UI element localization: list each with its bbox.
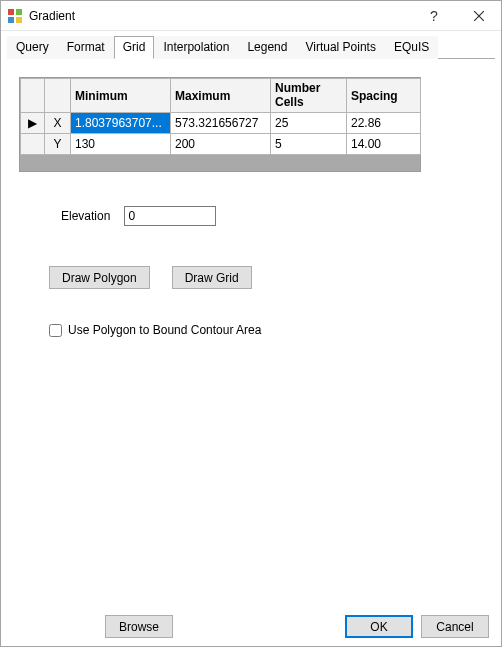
window-title: Gradient (29, 9, 411, 23)
svg-rect-2 (8, 17, 14, 23)
cell-x-cells[interactable]: 25 (271, 113, 347, 134)
draw-buttons-row: Draw Polygon Draw Grid (49, 266, 483, 289)
col-maximum[interactable]: Maximum (171, 79, 271, 113)
app-icon (7, 8, 23, 24)
title-bar: Gradient ? (1, 1, 501, 31)
svg-rect-3 (16, 17, 22, 23)
use-polygon-bound-checkbox[interactable] (49, 324, 62, 337)
svg-rect-1 (16, 9, 22, 15)
tab-strip: Query Format Grid Interpolation Legend V… (1, 31, 501, 58)
svg-text:?: ? (430, 9, 438, 23)
svg-rect-0 (8, 9, 14, 15)
table-row[interactable]: ▶ X 1.8037963707... 573.321656727 25 22.… (21, 113, 421, 134)
ok-button[interactable]: OK (345, 615, 413, 638)
dialog-window: Gradient ? Query Format Grid Interpolati… (0, 0, 502, 647)
cell-x-max[interactable]: 573.321656727 (171, 113, 271, 134)
draw-grid-button[interactable]: Draw Grid (172, 266, 252, 289)
cell-x-min[interactable]: 1.8037963707... (71, 113, 171, 134)
col-minimum[interactable]: Minimum (71, 79, 171, 113)
grid-axis-header (45, 79, 71, 113)
tab-legend[interactable]: Legend (238, 36, 296, 59)
col-number-cells[interactable]: Number Cells (271, 79, 347, 113)
cell-x-spacing[interactable]: 22.86 (347, 113, 421, 134)
cell-y-spacing[interactable]: 14.00 (347, 134, 421, 155)
elevation-label: Elevation (61, 209, 110, 223)
col-spacing[interactable]: Spacing (347, 79, 421, 113)
draw-polygon-button[interactable]: Draw Polygon (49, 266, 150, 289)
tab-virtual-points[interactable]: Virtual Points (296, 36, 384, 59)
grid-footer-strip (20, 155, 420, 171)
cell-y-min[interactable]: 130 (71, 134, 171, 155)
grid-table[interactable]: Minimum Maximum Number Cells Spacing ▶ X… (20, 78, 421, 155)
elevation-input[interactable] (124, 206, 216, 226)
bound-checkbox-row: Use Polygon to Bound Contour Area (49, 323, 483, 337)
axis-label: X (45, 113, 71, 134)
grid-corner (21, 79, 45, 113)
tab-equis[interactable]: EQuIS (385, 36, 438, 59)
tab-grid[interactable]: Grid (114, 36, 155, 59)
cancel-button[interactable]: Cancel (421, 615, 489, 638)
row-indicator (21, 134, 45, 155)
row-indicator: ▶ (21, 113, 45, 134)
help-button[interactable]: ? (411, 1, 456, 30)
browse-button[interactable]: Browse (105, 615, 173, 638)
tab-format[interactable]: Format (58, 36, 114, 59)
cell-y-cells[interactable]: 5 (271, 134, 347, 155)
close-button[interactable] (456, 1, 501, 30)
tab-query[interactable]: Query (7, 36, 58, 59)
cell-y-max[interactable]: 200 (171, 134, 271, 155)
dialog-footer: Browse OK Cancel (1, 607, 501, 646)
elevation-row: Elevation (61, 206, 483, 226)
table-row[interactable]: Y 130 200 5 14.00 (21, 134, 421, 155)
axis-label: Y (45, 134, 71, 155)
grid-table-wrap: Minimum Maximum Number Cells Spacing ▶ X… (19, 77, 421, 172)
tab-content-grid: Minimum Maximum Number Cells Spacing ▶ X… (1, 59, 501, 607)
use-polygon-bound-label[interactable]: Use Polygon to Bound Contour Area (68, 323, 261, 337)
grid-header-row: Minimum Maximum Number Cells Spacing (21, 79, 421, 113)
tab-interpolation[interactable]: Interpolation (154, 36, 238, 59)
